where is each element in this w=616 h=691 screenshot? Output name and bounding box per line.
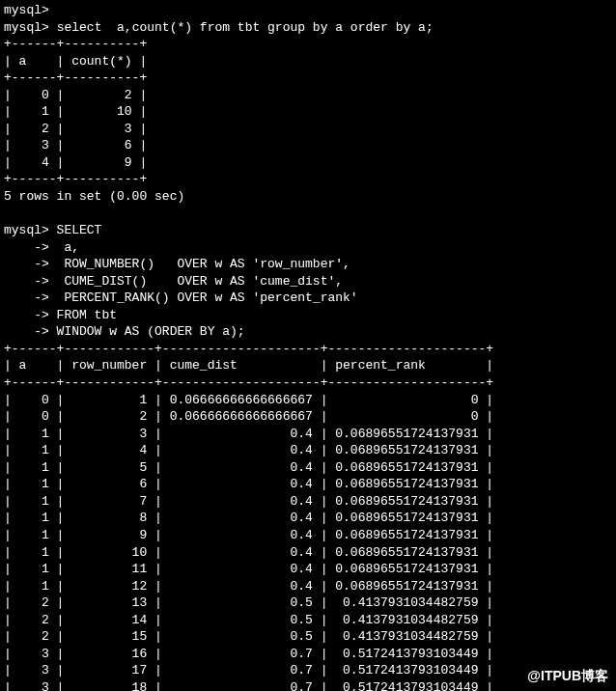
blank xyxy=(4,206,612,223)
table1-sep-top: +------+----------+ xyxy=(4,36,612,53)
query2-l4: -> CUME_DIST() OVER w AS 'cume_dist', xyxy=(4,273,612,290)
result1: 5 rows in set (0.00 sec) xyxy=(4,188,612,206)
table2-row: | 0 | 2 | 0.06666666666666667 | 0 | xyxy=(4,408,612,426)
table2-row: | 1 | 7 | 0.4 | 0.06896551724137931 | xyxy=(4,493,612,511)
table2-row: | 1 | 3 | 0.4 | 0.06896551724137931 | xyxy=(4,426,612,443)
table2-row: | 1 | 6 | 0.4 | 0.06896551724137931 | xyxy=(4,476,612,493)
table2-row: | 2 | 15 | 0.5 | 0.4137931034482759 | xyxy=(4,628,612,646)
table2-sep-mid: +------+------------+-------------------… xyxy=(4,374,612,392)
query1-line: mysql> select a,count(*) from tbt group … xyxy=(4,19,612,37)
table1-header: | a | count(*) | xyxy=(4,53,612,70)
table2-row: | 3 | 18 | 0.7 | 0.5172413793103449 | xyxy=(4,679,612,691)
table2-row: | 1 | 8 | 0.4 | 0.06896551724137931 | xyxy=(4,510,612,527)
table2-sep-top: +------+------------+-------------------… xyxy=(4,341,612,358)
table1-row: | 0 | 2 | xyxy=(4,87,612,104)
table1-row: | 2 | 3 | xyxy=(4,121,612,138)
watermark: @ITPUB博客 xyxy=(527,667,608,685)
query2-l1: mysql> SELECT xyxy=(4,222,612,239)
table2-row: | 3 | 17 | 0.7 | 0.5172413793103449 | xyxy=(4,662,612,679)
table1-sep-mid: +------+----------+ xyxy=(4,69,612,87)
table2-row: | 2 | 14 | 0.5 | 0.4137931034482759 | xyxy=(4,612,612,629)
table1-row: | 4 | 9 | xyxy=(4,154,612,172)
table2-row: | 1 | 9 | 0.4 | 0.06896551724137931 | xyxy=(4,527,612,544)
table1-sep-bot: +------+----------+ xyxy=(4,171,612,188)
table2-row: | 1 | 11 | 0.4 | 0.06896551724137931 | xyxy=(4,561,612,578)
table2-row: | 2 | 13 | 0.5 | 0.4137931034482759 | xyxy=(4,594,612,612)
table1-row: | 1 | 10 | xyxy=(4,103,612,121)
query2-l6: -> FROM tbt xyxy=(4,307,612,324)
table1-row: | 3 | 6 | xyxy=(4,137,612,154)
table2-row: | 1 | 10 | 0.4 | 0.06896551724137931 | xyxy=(4,544,612,562)
table2-row: | 1 | 4 | 0.4 | 0.06896551724137931 | xyxy=(4,442,612,459)
table2-row: | 1 | 12 | 0.4 | 0.06896551724137931 | xyxy=(4,578,612,595)
prompt-partial: mysql> xyxy=(4,2,612,19)
query2-l7: -> WINDOW w AS (ORDER BY a); xyxy=(4,323,612,341)
table2-row: | 0 | 1 | 0.06666666666666667 | 0 | xyxy=(4,392,612,409)
query2-l2: -> a, xyxy=(4,239,612,257)
query2-l3: -> ROW_NUMBER() OVER w AS 'row_number', xyxy=(4,256,612,273)
table2-row: | 3 | 16 | 0.7 | 0.5172413793103449 | xyxy=(4,646,612,663)
table2-header: | a | row_number | cume_dist | percent_r… xyxy=(4,357,612,374)
query2-l5: -> PERCENT_RANK() OVER w AS 'percent_ran… xyxy=(4,290,612,307)
table2-row: | 1 | 5 | 0.4 | 0.06896551724137931 | xyxy=(4,459,612,477)
